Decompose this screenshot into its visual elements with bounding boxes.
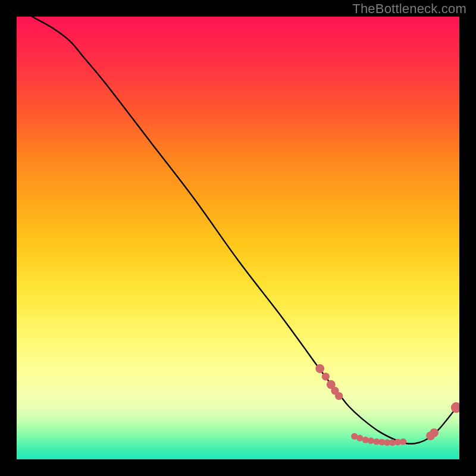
watermark-text: TheBottleneck.com bbox=[352, 1, 466, 17]
plot-area bbox=[17, 17, 459, 459]
chart-stage: TheBottleneck.com bbox=[0, 0, 476, 476]
